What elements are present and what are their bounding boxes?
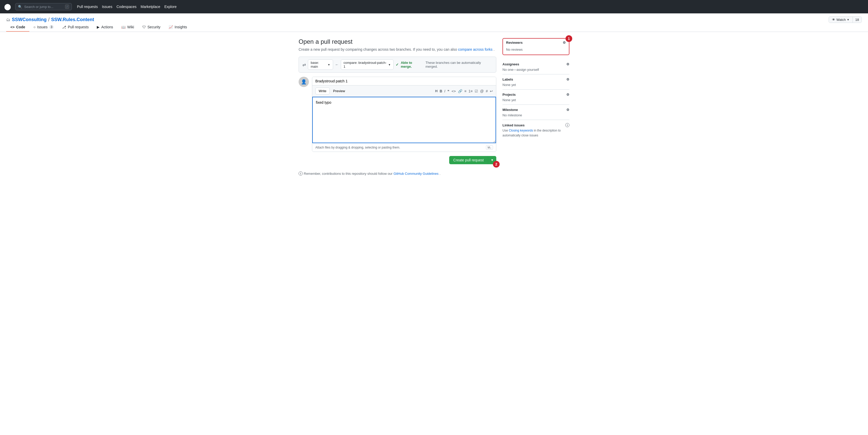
tab-security[interactable]: 🛡 Security [138, 23, 165, 32]
tab-issues[interactable]: ○ Issues 3 [29, 23, 58, 32]
linked-issues-header: Linked issues i [502, 122, 569, 128]
undo-icon[interactable]: ↩ [490, 89, 493, 93]
reviewers-val: No reviews [506, 48, 523, 52]
compare-branch-select[interactable]: compare: bradystroud-patch-1 ▼ [341, 59, 394, 70]
search-placeholder: Search or jump to... [24, 5, 63, 9]
tab-wiki[interactable]: 📖 Wiki [117, 23, 138, 32]
projects-gear-icon[interactable]: ⚙ [566, 93, 569, 96]
tab-insights[interactable]: 📈 Insights [164, 23, 191, 32]
avatar: 👤 [299, 77, 309, 87]
merge-status-text: Able to merge. [401, 61, 424, 68]
linked-issues-section: Linked issues i Use Closing keywords in … [502, 120, 569, 140]
heading-icon[interactable]: H [435, 89, 438, 93]
branch-bar: ⇄ base: main ▼ ← compare: bradystroud-pa… [299, 57, 496, 72]
info-end: . [440, 172, 441, 176]
nav-links: Pull requests Issues Codespaces Marketpl… [77, 5, 177, 9]
search-icon: 🔍 [18, 5, 22, 9]
watch-button[interactable]: 👁 Watch ▼ 18 [829, 17, 862, 23]
chevron-down-icon: ▼ [847, 18, 849, 21]
insights-icon: 📈 [168, 25, 173, 29]
info-icon: i [299, 172, 303, 176]
reviewers-step-badge: 1 [565, 35, 572, 42]
linked-issues-info-icon: i [565, 123, 569, 127]
info-bar: i Remember, contributions to this reposi… [299, 172, 496, 176]
labels-section: Labels ⚙ None yet [502, 74, 569, 90]
search-bar[interactable]: 🔍 Search or jump to... / [15, 3, 72, 10]
ordered-list-icon[interactable]: 1≡ [468, 89, 473, 93]
mention-icon[interactable]: @ [480, 89, 484, 93]
security-icon: 🛡 [142, 25, 146, 29]
compare-forks-link[interactable]: compare across forks [458, 48, 492, 52]
milestone-val: No milestone [502, 113, 569, 118]
assignees-gear-icon[interactable]: ⚙ [566, 62, 569, 66]
italic-icon[interactable]: I [444, 89, 445, 93]
closing-keywords-link[interactable]: Closing keywords [509, 129, 533, 132]
milestone-gear-icon[interactable]: ⚙ [566, 108, 569, 112]
pr-form-inner: Write Preview H B I ❝ <> 🔗 ≡ 1≡ ☑ @ [312, 77, 496, 152]
labels-header: Labels ⚙ [502, 76, 569, 82]
search-kbd: / [65, 5, 69, 9]
tab-pull-requests[interactable]: ⎇ Pull requests [58, 23, 93, 32]
nav-explore[interactable]: Explore [164, 5, 177, 9]
unordered-list-icon[interactable]: ≡ [464, 89, 466, 93]
nav-codespaces[interactable]: Codespaces [116, 5, 136, 9]
page-subtitle: Create a new pull request by comparing c… [299, 48, 496, 52]
assignees-label: Assignees [502, 62, 519, 66]
reviewers-label: Reviewers [506, 41, 523, 44]
base-chevron-icon: ▼ [328, 63, 330, 66]
tab-code-label: Code [16, 25, 25, 29]
repo-link[interactable]: SSW.Rules.Content [51, 17, 94, 22]
merge-status-icon: ✓ [396, 63, 399, 67]
org-link[interactable]: SSWConsulting [12, 17, 46, 22]
watch-count[interactable]: 18 [852, 17, 862, 23]
task-list-icon[interactable]: ☑ [475, 89, 478, 93]
tab-actions-label: Actions [101, 25, 113, 29]
tab-code[interactable]: <> Code [6, 23, 29, 32]
file-attach-bar: Attach files by dragging & dropping, sel… [312, 143, 496, 152]
repo-header-top: 🗂 SSWConsulting / SSW.Rules.Content 👁 Wa… [0, 13, 868, 23]
pr-body-textarea[interactable]: fixed typo [312, 97, 496, 143]
top-nav: ⬤ 🔍 Search or jump to... / Pull requests… [0, 0, 868, 13]
nav-pull-requests[interactable]: Pull requests [77, 5, 98, 9]
github-logo-icon[interactable]: ⬤ [4, 3, 11, 10]
pr-input-row: 👤 Write Preview H B I ❝ <> [299, 77, 496, 152]
labels-val: None yet [502, 82, 569, 87]
community-guidelines-link[interactable]: GitHub Community Guidelines [394, 172, 439, 176]
tab-actions[interactable]: ▶ Actions [93, 23, 117, 32]
pr-form: Open a pull request Create a new pull re… [299, 38, 496, 176]
write-tab[interactable]: Write [315, 88, 330, 94]
assignees-header: Assignees ⚙ [502, 61, 569, 67]
labels-gear-icon[interactable]: ⚙ [566, 77, 569, 81]
issues-badge: 3 [49, 25, 54, 29]
markdown-icon: M↓ [486, 146, 493, 150]
reviewers-gear-icon[interactable]: ⚙ [563, 41, 566, 44]
pr-icon: ⎇ [62, 25, 66, 29]
base-branch-label: base: main [311, 61, 327, 68]
tab-issues-label: Issues [37, 25, 48, 29]
preview-tab[interactable]: Preview [330, 88, 348, 94]
milestone-header: Milestone ⚙ [502, 107, 569, 113]
pr-title-input[interactable] [312, 77, 496, 86]
nav-issues[interactable]: Issues [102, 5, 112, 9]
milestone-label: Milestone [502, 108, 518, 112]
pr-sidebar: Reviewers ⚙ No reviews 1 Assignees ⚙ No … [502, 38, 569, 176]
link-icon[interactable]: 🔗 [458, 89, 462, 93]
blockquote-icon[interactable]: ❝ [447, 89, 450, 93]
wiki-icon: 📖 [121, 25, 126, 29]
code-icon: <> [10, 25, 15, 29]
linked-issues-label: Linked issues [502, 123, 525, 127]
code-icon[interactable]: <> [452, 89, 456, 93]
reference-icon[interactable]: # [486, 89, 488, 93]
labels-label: Labels [502, 77, 513, 81]
projects-section: Projects ⚙ None yet [502, 90, 569, 105]
nav-marketplace[interactable]: Marketplace [141, 5, 160, 9]
linked-issues-desc-text: Use [502, 129, 508, 132]
main-content: Open a pull request Create a new pull re… [292, 32, 576, 182]
bold-icon[interactable]: B [440, 89, 442, 93]
watch-main[interactable]: 👁 Watch ▼ [829, 17, 852, 23]
create-pr-button[interactable]: Create pull request [449, 156, 488, 164]
assignees-section: Assignees ⚙ No one—assign yourself [502, 59, 569, 74]
base-branch-select[interactable]: base: main ▼ [308, 59, 333, 70]
tab-security-label: Security [148, 25, 161, 29]
actions-icon: ▶ [97, 25, 100, 29]
